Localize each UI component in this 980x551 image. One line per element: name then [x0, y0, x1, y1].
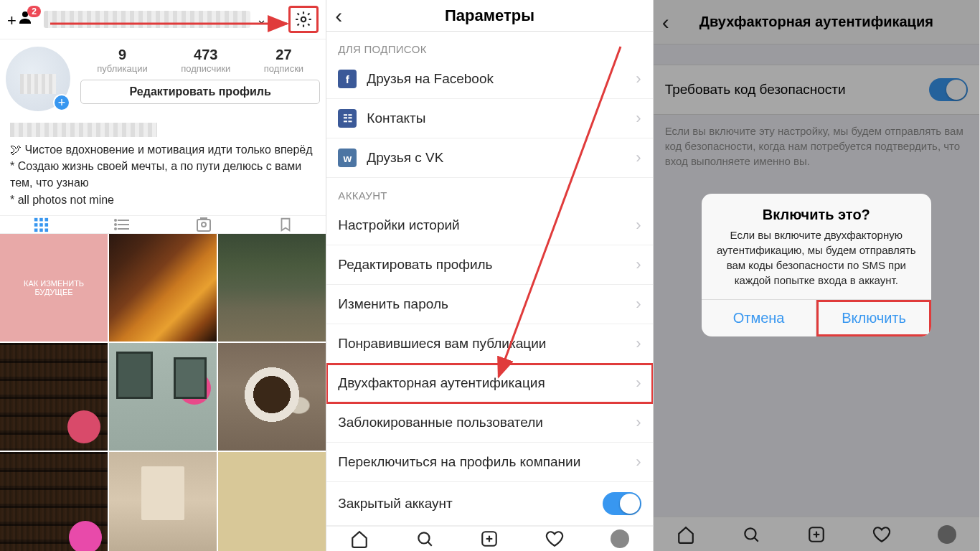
grid-cell[interactable] [0, 343, 108, 451]
stat-following-label: подписки [264, 63, 303, 74]
nav-search[interactable] [392, 527, 457, 551]
row-label: Двухфакторная аутентификация [338, 375, 545, 391]
svg-point-25 [418, 533, 429, 544]
view-tabs [0, 215, 326, 234]
sticker-icon [67, 410, 100, 443]
svg-rect-9 [39, 228, 43, 232]
bookmark-icon [278, 217, 293, 232]
add-friend-button[interactable]: + 2 [7, 9, 34, 30]
tab-grid[interactable] [0, 216, 82, 233]
username-censored[interactable] [44, 11, 250, 28]
stat-following-count: 27 [264, 47, 303, 63]
svg-rect-6 [39, 223, 43, 227]
chevron-right-icon: › [636, 334, 641, 353]
alert-body: Если вы включите двухфакторную аутентифи… [702, 227, 931, 299]
alert-cancel-button[interactable]: Отмена [702, 300, 817, 336]
row-label: Друзья с VK [367, 150, 443, 166]
nav-profile[interactable] [588, 527, 653, 551]
add-post-icon [480, 529, 499, 548]
grid-cell[interactable] [0, 452, 108, 551]
row-label: Заблокированные пользователи [338, 415, 543, 430]
chevron-right-icon: › [636, 453, 641, 471]
profile-avatar-icon [611, 529, 629, 548]
grid-cell[interactable] [109, 234, 217, 342]
search-icon [415, 529, 434, 548]
section-account: АККАУНТ [326, 178, 652, 206]
settings-button[interactable] [293, 9, 314, 29]
stat-posts-count: 9 [97, 47, 148, 63]
svg-rect-3 [39, 218, 43, 222]
row-label: Настройки историй [338, 217, 459, 233]
row-change-password[interactable]: Изменить пароль › [326, 285, 652, 324]
row-switch-business[interactable]: Переключиться на профиль компании › [326, 443, 652, 482]
stat-followers-label: подписчики [181, 63, 230, 74]
alert-enable-button[interactable]: Включить [816, 300, 931, 336]
grid-cell[interactable] [109, 452, 217, 551]
private-account-toggle[interactable] [603, 492, 641, 515]
bio-line-3: * all photos not mine [10, 194, 114, 206]
grid-cell[interactable]: КАК ИЗМЕНИТЬ БУДУЩЕЕ [0, 234, 108, 342]
row-label: Друзья на Facebook [367, 71, 494, 87]
row-label: Переключиться на профиль компании [338, 454, 580, 470]
nav-home[interactable] [326, 527, 392, 551]
row-label: Редактировать профиль [338, 257, 492, 273]
row-label: Контакты [367, 110, 425, 126]
svg-rect-2 [34, 218, 38, 222]
nav-activity[interactable] [522, 527, 588, 551]
grid-cell[interactable] [218, 452, 326, 551]
chevron-right-icon: › [636, 109, 641, 128]
stat-posts[interactable]: 9 публикации [97, 47, 148, 74]
tab-list[interactable] [82, 216, 164, 233]
svg-point-1 [301, 17, 306, 22]
stat-followers-count: 473 [181, 47, 230, 63]
notification-badge: 2 [27, 6, 41, 17]
tab-saved[interactable] [245, 216, 326, 233]
nav-add[interactable] [457, 527, 522, 551]
row-liked-posts[interactable]: Понравившиеся вам публикации › [326, 324, 652, 364]
chevron-right-icon: › [636, 413, 641, 432]
list-icon [113, 216, 131, 233]
edit-profile-button[interactable]: Редактировать профиль [80, 80, 320, 104]
back-button[interactable]: ‹ [335, 4, 342, 28]
bio-line-1: 🕊 Чистое вдохновение и мотивация идти то… [10, 143, 313, 156]
settings-highlight [288, 6, 319, 33]
chevron-right-icon: › [636, 295, 641, 314]
row-two-factor-auth[interactable]: Двухфакторная аутентификация › [326, 364, 652, 403]
modal-overlay: Включить это? Если вы включите двухфакто… [654, 0, 979, 551]
display-name-censored [10, 123, 157, 137]
avatar[interactable]: + [6, 47, 70, 111]
chevron-down-icon[interactable]: ⌄ [256, 11, 267, 27]
svg-point-14 [115, 220, 116, 221]
bottom-nav [326, 526, 652, 551]
stat-posts-label: публикации [97, 63, 148, 74]
grid-icon [33, 217, 49, 232]
home-icon [350, 529, 369, 548]
section-subscriptions: ДЛЯ ПОДПИСОК [326, 32, 652, 60]
profile-header: + 2 ⌄ [0, 0, 326, 39]
chevron-right-icon: › [636, 70, 641, 88]
stat-following[interactable]: 27 подписки [264, 47, 303, 74]
contacts-icon: ☷ [338, 109, 357, 128]
row-edit-profile[interactable]: Редактировать профиль › [326, 245, 652, 285]
row-facebook-friends[interactable]: f Друзья на Facebook › [326, 60, 652, 99]
row-story-settings[interactable]: Настройки историй › [326, 206, 652, 245]
grid-cell[interactable] [218, 343, 326, 451]
row-vk-friends[interactable]: w Друзья с VK › [326, 138, 652, 178]
chevron-right-icon: › [636, 216, 641, 235]
grid-cell[interactable] [109, 343, 217, 451]
svg-rect-7 [44, 223, 48, 227]
row-private-account[interactable]: Закрытый аккаунт [326, 482, 652, 526]
row-contacts[interactable]: ☷ Контакты › [326, 99, 652, 138]
grid-pink-text: КАК ИЗМЕНИТЬ БУДУЩЕЕ [4, 279, 103, 296]
svg-point-18 [202, 222, 206, 227]
row-blocked-users[interactable]: Заблокированные пользователи › [326, 403, 652, 443]
svg-rect-10 [44, 228, 48, 232]
stat-followers[interactable]: 473 подписчики [181, 47, 230, 74]
chevron-right-icon: › [636, 374, 641, 392]
grid-cell[interactable] [218, 234, 326, 342]
heart-icon [545, 529, 564, 548]
add-story-button[interactable]: + [53, 94, 70, 111]
row-label: Закрытый аккаунт [338, 496, 453, 512]
tab-tagged[interactable] [163, 216, 245, 233]
row-label: Изменить пароль [338, 296, 448, 312]
